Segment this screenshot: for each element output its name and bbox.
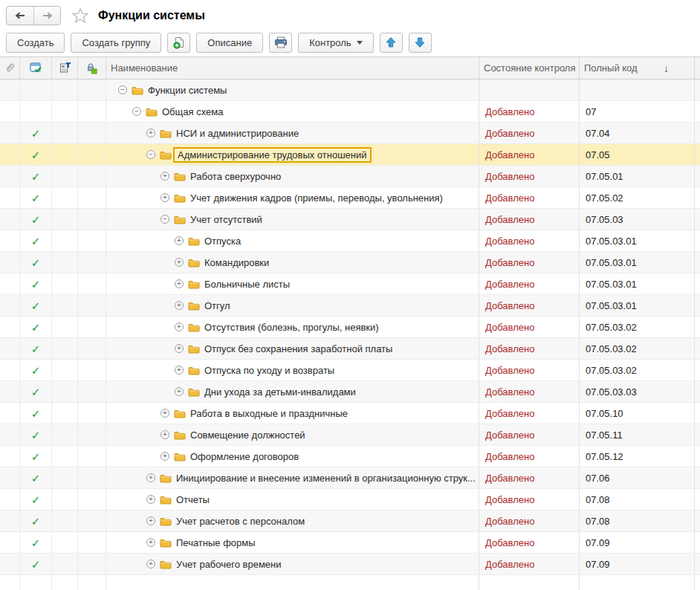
expand-icon[interactable]: + [175,387,184,396]
table-row[interactable]: ✓−Администрирование трудовых отношенийДо… [0,144,700,166]
folder-icon [188,301,200,311]
table-row[interactable]: ✓+Учет движения кадров (приемы, переводы… [0,187,700,209]
expand-icon[interactable]: + [175,258,184,267]
expand-icon[interactable]: + [146,538,155,547]
lock-cell [78,295,106,317]
expand-icon[interactable]: + [175,279,184,288]
expand-icon[interactable]: + [175,344,184,353]
collapse-icon[interactable]: − [132,107,141,116]
name-cell: −Администрирование трудовых отношений [106,144,479,166]
table-row[interactable]: ✓+Учет рабочего времениДобавлено07.09 [0,554,700,575]
full-code-cell: 07.06 [580,467,695,489]
back-button[interactable] [7,7,33,25]
control-dropdown-label: Контроль [309,37,351,48]
table-row[interactable]: ✓+КомандировкиДобавлено07.05.03.01 [0,252,700,273]
table-row[interactable]: ✓+Отпуска по уходу и возвратыДобавлено07… [0,360,700,381]
empty-cell [20,575,52,590]
table-row[interactable]: ✓+Отсутствия (болезнь, прогулы, неявки)Д… [0,317,700,338]
print-button[interactable] [269,33,292,53]
expand-icon[interactable]: + [146,495,155,504]
description-button[interactable]: Описание [196,33,263,53]
table-row[interactable]: ✓+Инициирование и внесение изменений в о… [0,467,700,489]
lock-cell [78,467,106,489]
expand-icon[interactable]: + [146,473,155,482]
full-code-cell: 07.05.01 [580,166,695,187]
scrollbar-spacer [695,57,700,79]
full-code-cell: 07.08 [580,489,695,510]
expand-icon[interactable]: + [161,172,169,181]
attachment-cell [0,295,20,317]
table-row[interactable]: ✓+Дни ухода за детьми-инвалидамиДобавлен… [0,381,700,403]
check-cell: ✓ [20,144,52,166]
expand-icon[interactable]: + [161,409,169,418]
control-state-column-header[interactable]: Состояние контроля [479,57,580,79]
row-name-label: Учет рабочего времени [176,559,282,570]
name-cell: +Отчеты [106,489,479,510]
table-row[interactable]: ✓+Работа сверхурочноДобавлено07.05.01 [0,166,700,187]
table-row[interactable]: ✓+ОтгулДобавлено07.05.03.01 [0,295,700,317]
table-row[interactable]: ✓+Работа в выходные и праздничныеДобавле… [0,403,700,424]
table-row[interactable]: ✓+НСИ и администрированиеДобавлено07.04 [0,123,700,144]
type-cell [52,273,78,295]
type-cell [52,424,78,446]
table-row[interactable]: ✓+ОтпускаДобавлено07.05.03.01 [0,230,700,252]
table-row[interactable]: ✓−Учет отсутствийДобавлено07.05.03 [0,209,700,230]
full-code-cell: 07 [580,101,695,123]
folder-icon [174,409,186,418]
table-row[interactable]: ✓+Печатные формыДобавлено07.09 [0,532,700,554]
checkmark-icon: ✓ [31,300,41,311]
table-row[interactable]: ✓+ОтчетыДобавлено07.08 [0,489,700,510]
expand-icon[interactable]: + [161,452,169,461]
control-state-cell: Добавлено [479,252,580,273]
new-document-button[interactable] [167,33,190,53]
move-up-button[interactable] [380,33,403,53]
full-code-column-header[interactable]: Полный код ↓ [580,57,695,79]
expand-icon[interactable]: + [175,366,184,375]
forward-button[interactable] [33,7,60,25]
expand-icon[interactable]: + [161,193,169,202]
full-code-cell: 07.05.03.01 [580,295,695,317]
attachment-cell [0,187,20,209]
expand-icon[interactable]: + [175,322,184,331]
control-dropdown-button[interactable]: Контроль [298,33,373,53]
lock-cell [78,144,106,166]
create-group-button[interactable]: Создать группу [71,33,161,53]
row-name-label: Совмещение должностей [190,429,305,441]
lock-cell [78,510,106,532]
lock-cell [78,123,106,144]
expand-icon[interactable]: + [175,301,184,310]
name-column-header[interactable]: Наименование [106,57,479,79]
row-name-label: Инициирование и внесение изменений в орг… [176,473,476,484]
expand-icon[interactable]: + [146,560,155,568]
folder-icon [160,516,172,526]
table-row[interactable]: ✓+Отпуск без сохранения заработной платы… [0,338,700,360]
folder-icon [188,344,200,354]
scrollbar-spacer-cell [695,510,700,532]
expand-icon[interactable]: + [161,430,169,439]
table-row[interactable]: ✓+Совмещение должностейДобавлено07.05.11 [0,424,700,446]
type-cell [52,230,78,252]
table-row[interactable]: ✓+Оформление договоровДобавлено07.05.12 [0,446,700,467]
expand-icon[interactable]: + [175,236,184,245]
move-down-button[interactable] [409,33,432,53]
favorite-star-icon[interactable] [71,7,89,25]
table-row[interactable]: −Общая схемаДобавлено07 [0,101,700,123]
attachment-cell [0,510,20,532]
check-cell: ✓ [20,403,52,424]
name-cell: +Больничные листы [106,273,479,295]
expand-icon[interactable]: + [146,129,155,137]
scrollbar-spacer-cell [695,101,700,123]
table-row[interactable]: ✓+Больничные листыДобавлено07.05.03.01 [0,273,700,295]
lock-cell [78,532,106,554]
create-button[interactable]: Создать [6,33,65,53]
check-cell: ✓ [20,510,52,532]
table-row[interactable]: −Функции системы [0,80,700,101]
expand-icon[interactable]: + [146,516,155,525]
collapse-icon[interactable]: − [161,215,169,224]
collapse-icon[interactable]: − [146,150,155,159]
lock-cell [78,338,106,360]
row-name-label: Отчеты [176,494,210,505]
type-cell [52,166,78,187]
collapse-icon[interactable]: − [118,85,127,94]
table-row[interactable]: ✓+Учет расчетов с персоналомДобавлено07.… [0,510,700,532]
